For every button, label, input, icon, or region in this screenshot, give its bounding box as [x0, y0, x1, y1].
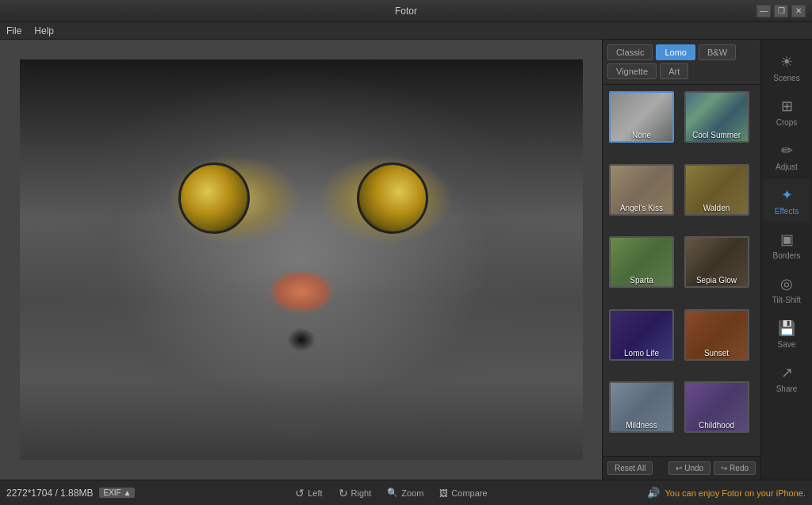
- app-title: Fotor: [395, 6, 417, 17]
- tilt-shift-label: Tilt-Shift: [772, 296, 801, 304]
- filter-thumb-angels: Angel's Kiss: [609, 164, 674, 216]
- rotate-right-icon: ↻: [339, 487, 348, 499]
- adjust-label: Adjust: [776, 163, 798, 171]
- main-layout: Classic Lomo B&W Vignette Art None Cool …: [0, 40, 812, 480]
- adjust-icon: ✏: [781, 142, 793, 159]
- titlebar: Fotor — ❐ ✕: [0, 0, 812, 22]
- filter-label-mildness: Mildness: [611, 421, 672, 430]
- sidebar-item-share[interactable]: ↗ Share: [764, 357, 810, 400]
- sidebar-item-tilt-shift[interactable]: ◎ Tilt-Shift: [764, 268, 810, 311]
- filter-thumb-sunset: Sunset: [684, 309, 749, 361]
- sidebar-item-borders[interactable]: ▣ Borders: [764, 224, 810, 266]
- cat-image: [20, 59, 583, 460]
- sidebar-item-save[interactable]: 💾 Save: [764, 312, 810, 355]
- sidebar: ☀ Scenes ⊞ Crops ✏ Adjust ✦ Effects ▣ Bo…: [760, 40, 812, 480]
- canvas-area: [0, 40, 602, 480]
- statusbar: 2272*1704 / 1.88MB EXIF ▲ ↺ Left ↻ Right…: [0, 480, 812, 505]
- menu-help[interactable]: Help: [34, 25, 54, 36]
- status-left: 2272*1704 / 1.88MB EXIF ▲: [6, 488, 135, 499]
- filter-label-lomo: Lomo Life: [611, 349, 672, 358]
- canvas-image: [20, 59, 583, 460]
- rotate-right-label: Right: [351, 488, 372, 498]
- reset-all-button[interactable]: Reset All: [607, 461, 653, 475]
- filter-thumb-sparta: Sparta: [609, 236, 674, 288]
- scenes-icon: ☀: [780, 53, 793, 71]
- zoom-button[interactable]: 🔍 Zoom: [387, 488, 423, 498]
- tab-classic[interactable]: Classic: [607, 44, 653, 60]
- filter-sepia-glow[interactable]: Sepia Glow: [684, 236, 755, 304]
- filter-sparta[interactable]: Sparta: [609, 236, 680, 304]
- status-center: ↺ Left ↻ Right 🔍 Zoom 🖼 Compare: [147, 487, 634, 499]
- panel-actions: Reset All ↩ Undo ↪ Redo: [603, 456, 760, 480]
- undo-button[interactable]: ↩ Undo: [668, 461, 710, 475]
- sidebar-item-effects[interactable]: ✦ Effects: [764, 179, 810, 222]
- redo-button[interactable]: ↪ Redo: [714, 461, 756, 475]
- filter-thumb-lomo: Lomo Life: [609, 309, 674, 361]
- close-button[interactable]: ✕: [791, 5, 806, 17]
- filter-thumb-cool: Cool Summer: [684, 91, 749, 143]
- redo-label: Redo: [730, 464, 749, 472]
- compare-label: Compare: [451, 488, 487, 498]
- compare-button[interactable]: 🖼 Compare: [439, 488, 487, 498]
- tab-bw[interactable]: B&W: [699, 44, 736, 60]
- save-icon: 💾: [778, 319, 795, 337]
- speaker-icon: 🔊: [647, 487, 660, 499]
- filter-mildness[interactable]: Mildness: [609, 381, 680, 450]
- status-right: 🔊 You can enjoy Fotor on your iPhone.: [647, 487, 806, 499]
- redo-icon: ↪: [721, 464, 727, 472]
- filter-label-childhood: Childhood: [686, 421, 748, 430]
- rotate-left-label: Left: [308, 488, 322, 498]
- filter-thumb-none: None: [609, 91, 674, 143]
- zoom-icon: 🔍: [387, 488, 398, 498]
- filter-thumb-childhood: Childhood: [684, 381, 749, 433]
- minimize-button[interactable]: —: [756, 5, 771, 17]
- filter-label-sepia: Sepia Glow: [686, 276, 748, 285]
- filter-label-walden: Walden: [686, 204, 748, 212]
- restore-button[interactable]: ❐: [774, 5, 788, 17]
- menubar: File Help: [0, 22, 812, 40]
- filter-cool-summer[interactable]: Cool Summer: [684, 91, 755, 159]
- cat-eye-right: [357, 163, 428, 234]
- sidebar-item-scenes[interactable]: ☀ Scenes: [764, 46, 810, 89]
- filter-angels-kiss[interactable]: Angel's Kiss: [609, 164, 680, 232]
- filter-label-sunset: Sunset: [686, 349, 748, 358]
- sidebar-item-adjust[interactable]: ✏ Adjust: [764, 135, 810, 178]
- compare-icon: 🖼: [439, 488, 448, 498]
- effects-icon: ✦: [781, 186, 793, 204]
- tab-lomo[interactable]: Lomo: [656, 44, 695, 60]
- save-label: Save: [778, 340, 796, 349]
- filter-lomo-life[interactable]: Lomo Life: [609, 309, 680, 377]
- filter-walden[interactable]: Walden: [684, 164, 755, 232]
- right-panel: Classic Lomo B&W Vignette Art None Cool …: [602, 40, 760, 480]
- crops-icon: ⊞: [781, 98, 793, 115]
- cat-eye-left: [178, 163, 250, 234]
- zoom-label: Zoom: [401, 488, 423, 498]
- filter-tabs: Classic Lomo B&W Vignette Art: [603, 40, 760, 85]
- filter-none[interactable]: None: [609, 91, 680, 159]
- menu-file[interactable]: File: [6, 25, 21, 36]
- titlebar-controls: — ❐ ✕: [756, 5, 806, 17]
- filter-label-none: None: [611, 131, 672, 140]
- tilt-shift-icon: ◎: [780, 275, 793, 293]
- filter-sunset[interactable]: Sunset: [684, 309, 755, 377]
- filter-childhood[interactable]: Childhood: [684, 381, 755, 450]
- filter-thumb-mildness: Mildness: [609, 381, 674, 433]
- filter-label-sparta: Sparta: [611, 276, 672, 285]
- scenes-label: Scenes: [773, 74, 799, 82]
- borders-label: Borders: [772, 251, 800, 260]
- rotate-left-button[interactable]: ↺ Left: [295, 487, 322, 499]
- exif-badge[interactable]: EXIF ▲: [99, 488, 135, 498]
- filter-thumb-walden: Walden: [684, 164, 749, 216]
- sidebar-item-crops[interactable]: ⊞ Crops: [764, 90, 810, 133]
- crops-label: Crops: [776, 118, 798, 127]
- effects-label: Effects: [775, 207, 799, 216]
- rotate-left-icon: ↺: [295, 487, 304, 499]
- tab-vignette[interactable]: Vignette: [607, 63, 657, 79]
- undo-label: Undo: [684, 464, 703, 472]
- share-icon: ↗: [781, 364, 793, 381]
- filter-grid: None Cool Summer Angel's Kiss: [603, 85, 760, 456]
- tab-art[interactable]: Art: [660, 63, 688, 79]
- undo-icon: ↩: [676, 464, 682, 472]
- image-info: 2272*1704 / 1.88MB: [6, 488, 93, 499]
- rotate-right-button[interactable]: ↻ Right: [339, 487, 372, 499]
